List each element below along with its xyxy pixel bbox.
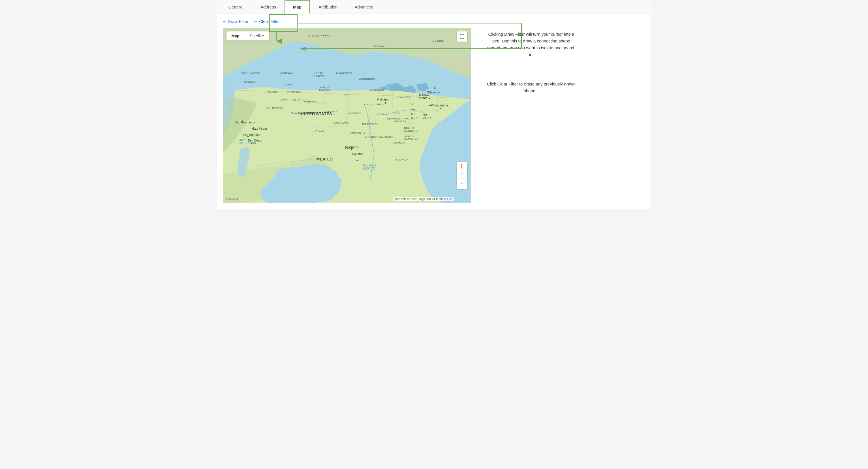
illinois-label: ILLINOIS xyxy=(362,103,373,106)
washington-label: WASHINGTON xyxy=(242,72,260,75)
map-zoom-in-button[interactable]: + xyxy=(457,168,467,179)
las-vegas-label: ●Las Vegas xyxy=(251,127,268,130)
va-label: VIRGINIA xyxy=(404,117,417,120)
svg-point-19 xyxy=(384,102,386,103)
ontario-label: ONTARIO xyxy=(373,45,385,48)
map-zoom-out-button[interactable]: − xyxy=(457,179,467,189)
georgia-label: GEORGIA xyxy=(393,141,406,144)
minnesota-label: MINNESOTA xyxy=(336,72,352,75)
draw-filter-icon: ✏ xyxy=(223,19,226,24)
main-content: ✏ Draw Filter ✏ Clear Filter xyxy=(217,14,651,209)
map-type-map-button[interactable]: Map xyxy=(226,31,245,40)
clear-filter-label: Clear Filter xyxy=(259,19,280,24)
idaho-label: IDAHO xyxy=(284,83,293,86)
tab-attribution[interactable]: Attribution xyxy=(310,0,346,14)
los-angeles-label: Los Angeles xyxy=(244,133,260,136)
colorado-label: COLORADO xyxy=(291,98,307,101)
florida-label: FLORIDA xyxy=(396,158,408,161)
utah-label: UTAH xyxy=(280,98,287,101)
north-dakota-label: NORTHDAKOTA xyxy=(314,72,325,77)
tab-general[interactable]: General xyxy=(220,0,252,14)
houston-label: Houston xyxy=(352,153,364,156)
arkansas-label: ARKANSAS xyxy=(350,131,366,134)
nh-label: NH xyxy=(411,108,415,111)
tabs-bar: General Address Map Attribution Advanced xyxy=(217,0,651,14)
map-fullscreen-button[interactable] xyxy=(457,31,467,41)
wisconsin-label: WISCONSIN xyxy=(359,77,375,81)
south-dakota-label: SOUTHDAKOTA xyxy=(319,86,330,92)
san-francisco-label: San Francisco xyxy=(235,121,255,124)
md-label: MDDE NJ xyxy=(423,114,431,119)
us-label: United States xyxy=(300,112,332,116)
quebec-label: QUEBEC xyxy=(433,39,444,42)
ky-label: KENTUCKY xyxy=(387,117,402,120)
map-type-satellite-button[interactable]: Satellite xyxy=(245,31,269,40)
clear-filter-icon: ✏ xyxy=(254,19,257,24)
toronto-label: Toronto ● xyxy=(417,96,431,100)
filter-buttons: ✏ Draw Filter ✏ Clear Filter xyxy=(223,19,472,24)
gulf-mexico-label: Gulf ofMexico xyxy=(363,164,376,170)
tab-advanced[interactable]: Advanced xyxy=(346,0,382,14)
tenn-label: TENNESSEE xyxy=(362,123,378,126)
vt-label: VT xyxy=(411,103,415,106)
ohio-label: OHIO xyxy=(376,103,383,106)
indiana-label: INDIANA xyxy=(376,113,387,116)
svg-point-26 xyxy=(440,108,441,109)
tab-map[interactable]: Map xyxy=(284,0,310,14)
left-panel: ✏ Draw Filter ✏ Clear Filter xyxy=(217,14,477,209)
iowa-label: IOWA xyxy=(342,93,349,96)
new-york-label: NEW YORK xyxy=(396,96,411,99)
map-container[interactable]: BRITISH SASKATCHEWAN ONTARIO QUEBEC WASH… xyxy=(223,28,471,203)
montana-label: MONTANA xyxy=(280,72,293,75)
nc-label: NORTHCAROLINA xyxy=(404,127,418,132)
draw-filter-help-text: Clicking Draw Filter will turn your curs… xyxy=(486,31,577,58)
right-panel: Clicking Draw Filter will turn your curs… xyxy=(477,14,585,209)
california-label: CALIFORNIA xyxy=(267,107,284,110)
nevada-label: NEVADA xyxy=(267,90,278,93)
draw-filter-help: Clicking Draw Filter will turn your curs… xyxy=(486,31,577,58)
map-zoom-controls: + − xyxy=(457,168,467,189)
clear-filter-help-text: Click Clear Filter to erase any previous… xyxy=(486,81,577,94)
san-diego-label: San Diego xyxy=(248,139,262,142)
chicago-label: Chicago xyxy=(377,98,389,101)
draw-filter-button[interactable]: ✏ Draw Filter xyxy=(223,19,249,24)
map-background: BRITISH SASKATCHEWAN ONTARIO QUEBEC WASH… xyxy=(223,28,470,203)
map-data-attribution[interactable]: Map data ©2019 Google, INEGI Terms of Us… xyxy=(394,197,453,201)
michigan-label: MICHIGAN xyxy=(370,89,384,92)
wyoming-label: WYOMING xyxy=(287,90,301,93)
google-logo: Google xyxy=(226,197,239,201)
texas-label: TEXAS xyxy=(315,130,324,133)
mississippi-label: MISSISSIPPI xyxy=(365,135,381,138)
missouri-label: MISSOURI xyxy=(348,112,362,114)
sc-label: SOUTHCAROLINA xyxy=(404,135,418,141)
draw-filter-label: Draw Filter xyxy=(228,19,249,24)
ok-label: OKLAHOMA xyxy=(334,121,349,124)
dallas-label: Dallas xyxy=(345,146,353,149)
alabama-label: ALABAMA xyxy=(380,135,393,138)
tab-address[interactable]: Address xyxy=(252,0,284,14)
clear-filter-button[interactable]: ✏ Clear Filter xyxy=(254,19,280,24)
map-type-control: Map Satellite xyxy=(226,31,269,40)
oregon-label: OREGON xyxy=(244,81,256,83)
svg-point-21 xyxy=(356,160,358,161)
penn-label: PENN xyxy=(393,112,401,114)
saskatchewan-label: SASKATCHEWAN xyxy=(308,34,331,37)
ma-label: MA xyxy=(411,113,415,116)
clear-filter-help: Click Clear Filter to erase any previous… xyxy=(486,81,577,94)
svg-point-18 xyxy=(434,88,435,89)
page-container: General Address Map Attribution Advanced… xyxy=(217,0,651,209)
philadelphia-label: ●Philadelphia xyxy=(429,104,448,107)
mexico-label: Mexico xyxy=(316,157,333,161)
